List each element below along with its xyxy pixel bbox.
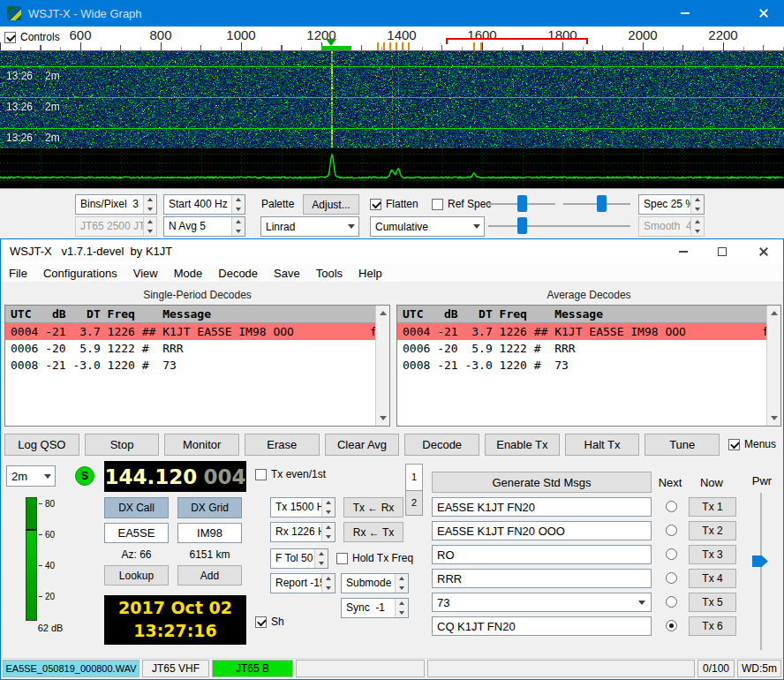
checkbox-icon bbox=[728, 439, 740, 450]
slider-handle[interactable] bbox=[517, 217, 527, 234]
tx-message-1-next-radio[interactable] bbox=[666, 501, 677, 512]
tx-message-4-field[interactable]: RRR bbox=[432, 569, 652, 588]
close-button[interactable] bbox=[745, 239, 782, 264]
tx-message-6-next-radio[interactable] bbox=[666, 620, 677, 631]
tx-message-3-field[interactable]: RO bbox=[432, 545, 652, 564]
waterfall-gain-slider[interactable] bbox=[488, 194, 555, 214]
signal-tick bbox=[408, 42, 410, 50]
progress-count: 0/100 bbox=[697, 660, 735, 677]
slider-handle[interactable] bbox=[517, 195, 527, 212]
n-avg-spinner[interactable]: N Avg 5 bbox=[163, 216, 245, 237]
tab-1[interactable]: 1 bbox=[405, 464, 423, 491]
decode-row[interactable]: 0006 -20 5.9 1222 # RRR bbox=[397, 340, 780, 357]
spectrum-display[interactable] bbox=[0, 148, 784, 188]
vertical-scrollbar[interactable] bbox=[375, 306, 389, 426]
menu-save[interactable]: Save bbox=[266, 267, 308, 280]
decode-button[interactable]: Decode bbox=[404, 434, 479, 456]
generate-std-msgs-button[interactable]: Generate Std Msgs bbox=[432, 472, 652, 493]
menu-file[interactable]: File bbox=[1, 267, 35, 280]
palette-adjust-button[interactable]: Adjust... bbox=[303, 194, 359, 215]
scroll-up-icon[interactable] bbox=[376, 306, 389, 320]
spinner-arrows-icon[interactable] bbox=[143, 195, 156, 214]
tx-message-5-next-radio[interactable] bbox=[666, 596, 677, 608]
spectrum-gain-slider[interactable] bbox=[488, 216, 630, 236]
tx-message-2-field[interactable]: EA5SE K1JT FN20 OOO bbox=[432, 521, 652, 540]
palette-combo[interactable]: Linrad bbox=[260, 216, 359, 237]
progress-bar bbox=[427, 660, 695, 677]
vertical-scrollbar[interactable] bbox=[766, 306, 780, 426]
tx-message-3-now-button[interactable]: Tx 3 bbox=[689, 545, 736, 564]
tx-message-6-field[interactable]: CQ K1JT FN20 bbox=[432, 616, 652, 636]
menu-mode[interactable]: Mode bbox=[166, 267, 211, 280]
ref-spec-checkbox[interactable]: Ref Spec bbox=[432, 198, 491, 210]
band-combo[interactable]: 2m bbox=[6, 465, 56, 487]
decode-row[interactable]: 0008 -21 -3.0 1220 # 73 bbox=[397, 357, 780, 374]
spectrum-mode-combo[interactable]: Cumulative bbox=[370, 216, 485, 237]
flatten-checkbox[interactable]: Flatten bbox=[370, 198, 418, 210]
clear-avg-button[interactable]: Clear Avg bbox=[325, 434, 400, 456]
tx-message-2-now-button[interactable]: Tx 2 bbox=[689, 521, 736, 540]
decode-row[interactable]: 0006 -20 5.9 1222 # RRR bbox=[5, 340, 389, 357]
start-frequency-spinner[interactable]: Start 400 Hz bbox=[163, 194, 245, 215]
controls-checkbox[interactable]: Controls bbox=[4, 31, 64, 43]
tx-message-5-now-button[interactable]: Tx 5 bbox=[689, 593, 736, 612]
single-period-decodes-table[interactable]: UTC dB DT Freq Message 0004 -21 3.7 1226… bbox=[4, 305, 390, 427]
halt-tx-button[interactable]: Halt Tx bbox=[565, 434, 640, 456]
minimize-button[interactable] bbox=[665, 0, 705, 26]
scroll-down-icon[interactable] bbox=[376, 412, 389, 425]
decode-row[interactable]: 0004 -21 3.7 1226 ## K1JT EA5SE IM98 OOO… bbox=[5, 323, 389, 340]
log-qso-button[interactable]: Log QSO bbox=[4, 434, 79, 456]
frequency-scale[interactable]: 600 800 1000 1200 1400 1600 1800 2000 22… bbox=[0, 26, 784, 51]
average-decodes-table[interactable]: UTC dB DT Freq Message 0004 -21 3.7 1226… bbox=[396, 305, 781, 427]
close-icon bbox=[758, 8, 769, 19]
spinner-arrows-icon bbox=[690, 217, 704, 236]
bins-per-pixel-spinner[interactable]: Bins/Pixel 3 bbox=[75, 194, 157, 215]
tx-message-4-next-radio[interactable] bbox=[666, 572, 677, 584]
menu-configurations[interactable]: Configurations bbox=[35, 267, 125, 280]
main-titlebar[interactable]: WSJT-X v1.7.1-devel by K1JT bbox=[1, 239, 783, 264]
menu-help[interactable]: Help bbox=[351, 267, 390, 280]
tx-message-6-now-button[interactable]: Tx 6 bbox=[689, 616, 736, 636]
menu-tools[interactable]: Tools bbox=[308, 267, 351, 280]
tx-message-1-now-button[interactable]: Tx 1 bbox=[689, 497, 736, 517]
signal-tick bbox=[383, 42, 385, 50]
chevron-down-icon bbox=[40, 466, 55, 486]
tx-message-3-next-radio[interactable] bbox=[666, 548, 677, 560]
wide-graph-titlebar[interactable]: WSJT-X - Wide Graph bbox=[0, 0, 784, 26]
scroll-up-icon[interactable] bbox=[767, 306, 780, 320]
scroll-down-icon[interactable] bbox=[767, 412, 780, 425]
tx-message-2-next-radio[interactable] bbox=[666, 525, 677, 536]
tx-even-checkbox[interactable]: Tx even/1st bbox=[255, 468, 326, 480]
minimize-button[interactable] bbox=[665, 239, 702, 264]
config-segment: JT65 VHF bbox=[142, 660, 209, 677]
tx-message-4-now-button[interactable]: Tx 4 bbox=[689, 569, 736, 588]
enable-tx-button[interactable]: Enable Tx bbox=[485, 434, 560, 456]
spinner-arrows-icon[interactable] bbox=[231, 195, 245, 214]
tx-message-5-combo[interactable]: 73 bbox=[432, 593, 652, 612]
rx-frequency-marker bbox=[321, 46, 351, 50]
main-window: WSJT-X v1.7.1-devel by K1JT File Configu… bbox=[0, 238, 784, 680]
slider-handle[interactable] bbox=[597, 195, 607, 212]
tune-button[interactable]: Tune bbox=[645, 434, 720, 456]
waterfall-zero-slider[interactable] bbox=[563, 194, 630, 214]
tx-message-1-field[interactable]: EA5SE K1JT FN20 bbox=[432, 497, 652, 517]
status-indicator: S bbox=[75, 466, 94, 486]
spinner-arrows-icon[interactable] bbox=[231, 217, 245, 236]
decode-row[interactable]: 0004 -21 3.7 1226 ## K1JT EA5SE IM98 OOO… bbox=[397, 323, 780, 340]
menu-decode[interactable]: Decode bbox=[210, 267, 266, 280]
monitor-button[interactable]: Monitor bbox=[164, 434, 239, 456]
stop-button[interactable]: Stop bbox=[85, 434, 160, 456]
close-button[interactable] bbox=[743, 0, 784, 26]
spinner-arrows-icon[interactable] bbox=[690, 195, 704, 214]
signal-tick bbox=[396, 42, 397, 50]
waterfall-display[interactable] bbox=[0, 51, 784, 148]
freq-label: 800 bbox=[134, 27, 187, 42]
decode-row[interactable]: 0008 -21 -3.0 1220 # 73 bbox=[5, 357, 389, 374]
maximize-button[interactable] bbox=[704, 239, 741, 264]
power-slider-track[interactable] bbox=[760, 493, 762, 650]
erase-button[interactable]: Erase bbox=[245, 434, 320, 456]
menu-view[interactable]: View bbox=[125, 267, 166, 280]
spec-percent-spinner[interactable]: Spec 25 % bbox=[638, 194, 705, 215]
chevron-down-icon bbox=[469, 217, 484, 236]
menus-checkbox[interactable]: Menus bbox=[728, 438, 776, 450]
